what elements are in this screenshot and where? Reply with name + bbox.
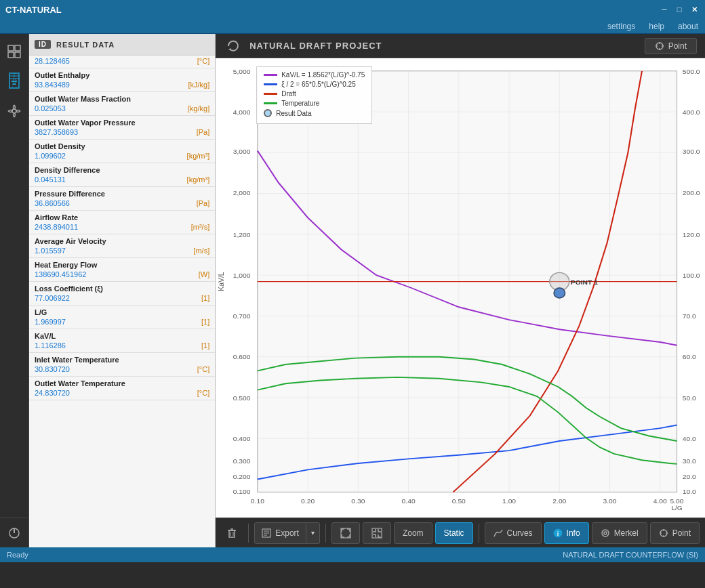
menu-bar: settings help about bbox=[0, 19, 705, 34]
legend-item-3: Temperature bbox=[264, 100, 365, 107]
minimize-button[interactable]: ─ bbox=[659, 4, 670, 15]
refresh-button[interactable] bbox=[224, 37, 243, 56]
result-label-6: Pressure Difference bbox=[29, 187, 215, 198]
window-controls: ─ □ ✕ bbox=[659, 4, 700, 15]
merkel-button[interactable]: Merkel bbox=[592, 522, 647, 544]
project-title: NATURAL DRAFT PROJECT bbox=[249, 41, 382, 51]
result-row-10: Loss Coefficient (ξ) 77.006922 [1] bbox=[29, 282, 215, 306]
svg-text:0.500: 0.500 bbox=[233, 394, 251, 401]
result-unit-2: [kg/kg] bbox=[188, 104, 209, 112]
result-value-13: 30.830720 bbox=[35, 365, 70, 373]
about-menu[interactable]: about bbox=[678, 22, 698, 31]
settings-menu[interactable]: settings bbox=[607, 22, 635, 31]
result-row-11: L/G 1.969997 [1] bbox=[29, 306, 215, 329]
result-value-7: 2438.894011 bbox=[35, 223, 78, 231]
result-value-14: 24.830720 bbox=[35, 389, 70, 397]
maximize-button[interactable]: □ bbox=[674, 4, 685, 15]
zoom-expand-button[interactable] bbox=[331, 522, 360, 544]
svg-rect-75 bbox=[229, 530, 235, 537]
result-value-3: 3827.358693 bbox=[35, 128, 78, 136]
curves-label: Curves bbox=[507, 528, 533, 538]
bottom-toolbar: Export ▾ bbox=[216, 518, 705, 547]
left-panel: ID RESULT DATA 28.128465 [°C] Outlet Ent… bbox=[29, 34, 216, 547]
power-icon bbox=[8, 527, 20, 539]
power-section bbox=[0, 518, 28, 547]
result-value-12: 1.116286 bbox=[35, 341, 66, 350]
static-button[interactable]: Static bbox=[435, 522, 473, 544]
point-icon bbox=[655, 41, 664, 51]
svg-text:0.200: 0.200 bbox=[233, 474, 251, 480]
svg-rect-2 bbox=[8, 52, 14, 58]
svg-point-89 bbox=[604, 532, 607, 534]
result-label-9: Heat Energy Flow bbox=[29, 258, 215, 269]
info-button[interactable]: i Info bbox=[544, 522, 589, 544]
result-value-4: 1.099602 bbox=[35, 152, 66, 160]
zoom-expand-icon bbox=[340, 528, 351, 539]
trash-icon bbox=[226, 528, 237, 539]
result-row-3: Outlet Water Vapor Pressure 3827.358693 … bbox=[29, 116, 215, 140]
svg-text:1,000: 1,000 bbox=[233, 272, 251, 278]
svg-text:100.0: 100.0 bbox=[683, 272, 700, 278]
legend-label-1: ξ / 2 = 65*0.5*(L/G)^0.25 bbox=[281, 81, 356, 88]
legend-label-4: Result Data bbox=[276, 110, 311, 117]
svg-rect-84 bbox=[341, 528, 350, 538]
merkel-icon bbox=[601, 528, 610, 538]
svg-text:200.0: 200.0 bbox=[683, 190, 700, 196]
export-icon bbox=[262, 528, 271, 538]
export-dropdown-button[interactable]: ▾ bbox=[306, 522, 320, 544]
left-panel-header: ID RESULT DATA bbox=[29, 34, 215, 56]
legend-item-1: ξ / 2 = 65*0.5*(L/G)^0.25 bbox=[264, 81, 365, 88]
svg-text:0.400: 0.400 bbox=[233, 435, 251, 442]
help-menu[interactable]: help bbox=[649, 22, 664, 31]
svg-text:4,000: 4,000 bbox=[233, 108, 251, 115]
result-row-1: Outlet Enthalpy 93.843489 [kJ/kg] bbox=[29, 68, 215, 92]
point-button[interactable]: Point bbox=[645, 38, 697, 54]
result-label-5: Density Difference bbox=[29, 163, 215, 174]
project-status: NATURAL DRAFT COUNTERFLOW (SI) bbox=[563, 551, 698, 559]
separator-2 bbox=[325, 524, 326, 543]
svg-text:0.50: 0.50 bbox=[452, 498, 466, 505]
svg-text:70.0: 70.0 bbox=[683, 313, 697, 320]
result-row-7: Airflow Rate 2438.894011 [m³/s] bbox=[29, 211, 215, 234]
result-label-12: KaV/L bbox=[29, 329, 215, 340]
refresh-icon bbox=[226, 39, 240, 53]
delete-button[interactable] bbox=[221, 522, 243, 544]
svg-text:4.00: 4.00 bbox=[653, 498, 668, 505]
svg-rect-1 bbox=[15, 45, 20, 51]
result-value-0: 28.128465 bbox=[35, 57, 70, 65]
svg-text:0.600: 0.600 bbox=[233, 354, 251, 360]
curves-button[interactable]: Curves bbox=[485, 522, 542, 544]
result-row-6: Pressure Difference 36.860566 [Pa] bbox=[29, 187, 215, 211]
svg-text:3,000: 3,000 bbox=[233, 148, 251, 155]
sidebar-icon-2[interactable] bbox=[2, 69, 26, 93]
svg-rect-3 bbox=[15, 52, 20, 58]
svg-text:i: i bbox=[557, 530, 559, 537]
svg-text:400.0: 400.0 bbox=[683, 108, 700, 115]
close-button[interactable]: ✕ bbox=[689, 4, 700, 15]
sidebar-icon-1[interactable] bbox=[2, 39, 26, 64]
separator-3 bbox=[479, 524, 479, 543]
result-unit-5: [kg/m³] bbox=[187, 175, 210, 184]
zoom-label: Zoom bbox=[403, 528, 424, 538]
result-unit-4: [kg/m³] bbox=[187, 152, 210, 160]
chart-svg: 5,000 4,000 3,000 2,000 1,200 1,000 0.70… bbox=[216, 58, 705, 518]
toolbar-point-button[interactable]: Point bbox=[650, 522, 700, 544]
result-label-4: Outlet Density bbox=[29, 140, 215, 150]
result-unit-7: [m³/s] bbox=[191, 223, 210, 231]
toolbar-point-icon bbox=[659, 528, 668, 538]
legend-label-0: KaV/L = 1.8562*(L/G)^-0.75 bbox=[281, 71, 365, 79]
zoom-shrink-icon bbox=[371, 528, 382, 539]
svg-text:1.00: 1.00 bbox=[502, 498, 517, 505]
legend-item-2: Draft bbox=[264, 90, 365, 98]
result-row-5: Density Difference 0.045131 [kg/m³] bbox=[29, 163, 215, 187]
export-button[interactable]: Export bbox=[254, 522, 306, 544]
legend-item-0: KaV/L = 1.8562*(L/G)^-0.75 bbox=[264, 71, 365, 79]
point-button-label: Point bbox=[668, 41, 687, 51]
sidebar-icon-3[interactable] bbox=[2, 99, 26, 123]
result-label-3: Outlet Water Vapor Pressure bbox=[29, 116, 215, 127]
power-button[interactable] bbox=[2, 521, 26, 545]
zoom-shrink-button[interactable] bbox=[363, 522, 391, 544]
svg-point-73 bbox=[554, 288, 565, 298]
zoom-button[interactable]: Zoom bbox=[394, 522, 432, 544]
separator-1 bbox=[248, 524, 249, 543]
